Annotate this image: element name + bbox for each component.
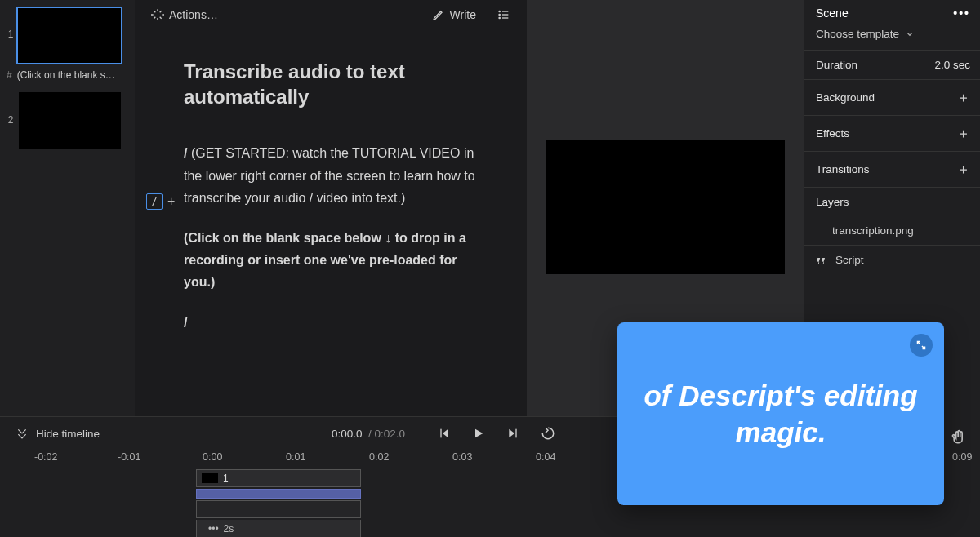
layer-item[interactable]: transcription.png [804,216,980,246]
tutorial-text: of Descript's editing magic. [617,377,944,451]
write-label: Write [450,8,476,21]
gap-clip[interactable] [196,500,361,518]
hand-icon [951,429,967,446]
svg-point-1 [499,14,500,15]
minimize-icon [916,340,926,350]
transitions-label: Transitions [816,163,870,175]
scene-caption: # (Click on the blank s… [0,64,135,89]
duration-row: Duration 2.0 sec [804,51,980,80]
canvas-video-frame[interactable] [546,140,785,274]
duration-label: Duration [816,59,858,71]
doc-paragraph-1: / (GET STARTED: watch the TUTORIAL VIDEO… [184,142,489,209]
script-label: Script [835,254,864,266]
line-gutter: / + [146,193,175,210]
play-icon[interactable] [472,427,485,440]
doc-paragraph-2: (Click on the blank space below ↓ to dro… [184,227,489,294]
svg-point-0 [499,11,500,11]
doc-paragraph-3: / [184,312,489,334]
script-editor: Actions… Write / + Transcribe audio to t… [135,0,527,417]
svg-marker-6 [443,429,448,438]
tutorial-minimize-button[interactable] [910,334,933,357]
ruler-tick: 0:00 [203,451,222,463]
hide-timeline-button[interactable]: Hide timeline [16,428,100,440]
scene-thumbnail [19,92,121,149]
actions-label: Actions… [169,8,218,21]
audio-clip[interactable] [196,489,361,499]
background-label: Background [816,91,875,104]
add-effect-button[interactable]: ＋ [956,124,970,143]
transitions-row: Transitions ＋ [804,152,980,188]
svg-marker-8 [475,429,483,438]
svg-marker-9 [509,429,514,438]
svg-point-2 [499,17,500,18]
slash-marker[interactable]: / [146,193,163,210]
ruler-tick: 0:01 [286,451,305,463]
transition-dots-icon: ••• [208,523,219,535]
p1-text: (GET STARTED: watch the TUTORIAL VIDEO i… [184,146,475,204]
hide-timeline-label: Hide timeline [36,428,100,440]
collapse-icon [16,428,28,439]
hand-tool-button[interactable] [951,429,967,446]
panel-title: Scene [816,7,849,20]
panel-menu-button[interactable]: ••• [953,7,970,20]
list-button[interactable] [492,5,515,24]
actions-button[interactable]: Actions… [146,5,223,24]
effects-label: Effects [816,127,849,140]
pencil-icon [432,8,445,21]
quote-icon [816,255,827,266]
sparkle-icon [151,8,164,21]
scene-sidebar: 1 # (Click on the blank s… 2 [0,0,135,417]
time-current: 0:00.0 [332,428,363,440]
clip-thumbnail [202,473,218,483]
choose-template-button[interactable]: Choose template [804,24,980,51]
insert-button[interactable]: + [167,194,175,209]
svg-rect-7 [440,429,441,438]
doc-title: Transcribe audio to text automatically [184,59,489,109]
scene-caption-hash: # [7,69,12,81]
transition-duration: 2s [224,523,234,535]
background-row: Background ＋ [804,80,980,116]
add-background-button[interactable]: ＋ [956,88,970,107]
scene-index: 2 [5,114,16,126]
time-total: 0:02.0 [375,428,406,440]
ruler-tick: 0:04 [536,451,555,463]
effects-row: Effects ＋ [804,116,980,152]
timeline-timecode: 0:00.0 / 0:02.0 [332,428,405,440]
ruler-tick: 0:03 [452,451,472,463]
clip-label: 1 [223,473,229,484]
skip-back-icon[interactable] [438,427,451,440]
scene-thumbnail [16,7,122,64]
chevron-down-icon [906,30,914,38]
ruler-tick: -0:02 [34,451,58,463]
document-body[interactable]: Transcribe audio to text automatically /… [135,29,527,334]
ruler-tick: -0:01 [118,451,141,463]
scene-item-1[interactable]: 1 [0,3,135,64]
tutorial-card: of Descript's editing magic. [617,322,944,505]
video-clip[interactable]: 1 [196,469,361,487]
ruler-tick: 0:02 [369,451,389,463]
editor-toolbar: Actions… Write [135,0,527,29]
layers-row: Layers [804,188,980,216]
layers-label: Layers [816,196,849,208]
write-button[interactable]: Write [427,5,481,24]
loop-icon[interactable] [541,426,555,441]
add-transition-button[interactable]: ＋ [956,160,970,179]
template-label: Choose template [816,28,899,40]
skip-forward-icon[interactable] [506,427,519,440]
script-row[interactable]: Script [804,246,980,274]
transition-clip[interactable]: ••• 2s [196,520,361,537]
svg-rect-10 [515,429,516,438]
scene-index: 1 [5,29,16,40]
list-icon [497,8,510,21]
scene-caption-text: (Click on the blank s… [17,69,115,81]
scene-item-2[interactable]: 2 [0,89,135,149]
ruler-tick: 0:09 [952,451,972,463]
duration-value[interactable]: 2.0 sec [934,59,970,71]
